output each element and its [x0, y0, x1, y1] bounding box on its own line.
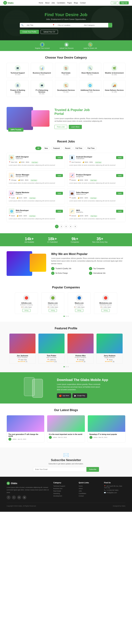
footer-quick-links: HomeAboutJobsCandidatesContact: [79, 485, 100, 497]
apply-button[interactable]: Apply: [56, 210, 63, 213]
trusted-section: 100% Trusted Trusted & Popular JobPortal…: [0, 102, 132, 135]
category-item[interactable]: 🔍 Share Market Analysis 05 Jobs: [79, 63, 101, 78]
upload-cv-button[interactable]: Upload Your CV: [41, 30, 58, 34]
job-company: SearchPro: [76, 212, 83, 213]
apply-button[interactable]: Apply: [116, 192, 123, 195]
category-item[interactable]: 🌐 Additional Fish Services 04 Jobs: [79, 80, 101, 97]
nav-home[interactable]: Home: [39, 2, 43, 4]
apply-button[interactable]: Apply: [116, 156, 123, 159]
apply-button[interactable]: Apply: [116, 210, 123, 213]
company-sub: IT Company: [71, 304, 88, 306]
footer-quick-link[interactable]: Home: [79, 485, 100, 487]
page-btn-3[interactable]: 3: [64, 225, 68, 228]
category-name: Business Development: [32, 72, 51, 74]
company-hire-button[interactable]: Hiring: [22, 309, 31, 312]
apply-button[interactable]: Apply: [56, 174, 63, 177]
apply-button[interactable]: Apply: [116, 174, 123, 177]
twitter-icon[interactable]: t: [12, 496, 16, 500]
footer-quick-link[interactable]: Jobs: [79, 490, 100, 492]
category-item[interactable]: 🌿 Weather & Environment 02 Jobs: [103, 63, 125, 78]
create-profile-button[interactable]: Create Your Profile: [20, 30, 39, 34]
feature-check-icon: ✓: [51, 272, 54, 275]
job-title: Sales Manager: [76, 192, 89, 194]
category-item[interactable]: 🏗️ Development Services 03 Jobs: [55, 80, 77, 97]
search-job-input[interactable]: [25, 23, 51, 28]
footer-category-link[interactable]: Technical Support: [53, 485, 75, 487]
footer-category-link[interactable]: Development: [53, 495, 75, 497]
footer-quick-link[interactable]: Contact: [79, 495, 100, 497]
page-btn-2[interactable]: 2: [59, 225, 63, 228]
apply-button[interactable]: Apply: [56, 192, 63, 195]
signup-button[interactable]: Sign Up: [119, 1, 129, 4]
nav-contact[interactable]: Contact: [80, 2, 86, 4]
blog-title[interactable]: The next generation IT will change the w…: [9, 434, 43, 437]
category-item[interactable]: 🏦 Finance & Banking Service 06 Jobs: [7, 80, 29, 97]
category-item[interactable]: 📊 Business Development 04 Jobs: [31, 63, 53, 78]
linkedin-icon[interactable]: in: [17, 496, 21, 500]
category-icon: 🚚: [111, 82, 117, 88]
job-location: 📍 Boston: [69, 179, 76, 182]
footer-quick-link[interactable]: Candidates: [79, 493, 100, 494]
facebook-icon[interactable]: f: [7, 496, 11, 500]
job-tab-featured[interactable]: Featured: [51, 146, 62, 150]
job-description: Lorem ipsum dolor sit amet consectetur a…: [69, 200, 123, 202]
job-type-badge: Full Time: [29, 197, 36, 199]
profiles-dots: [7, 366, 125, 367]
find-job-button[interactable]: Find a Job: [54, 125, 67, 129]
stat-label: New Jobs Every Day: [92, 241, 108, 243]
profiles-grid: Joe Jacksom UI/UX Designer 📍 New York ★★…: [7, 334, 125, 364]
step-1-label: Register Your Account: [35, 47, 50, 49]
job-tab-new[interactable]: New: [42, 146, 50, 150]
stat-label: CV Submitted: [47, 241, 57, 243]
search-category-input[interactable]: [82, 23, 108, 28]
nav-about[interactable]: About: [45, 2, 49, 4]
job-type-badge: Full Time: [31, 161, 38, 164]
newsletter-email-input[interactable]: [33, 467, 87, 472]
app-store-button[interactable]: 🍎 App Store: [57, 393, 71, 398]
search-button[interactable]: Search: [108, 23, 112, 28]
nav-candidates[interactable]: Candidates: [57, 2, 65, 4]
newsletter-subscribe-button[interactable]: Subscribe: [87, 467, 99, 472]
nav-logo: G Glabs: [3, 1, 14, 4]
login-button[interactable]: Login: [111, 1, 118, 4]
category-count: 04 Jobs: [32, 74, 51, 76]
app-store-label: App Store: [62, 395, 69, 396]
instagram-icon[interactable]: ig: [22, 496, 26, 500]
google-play-button[interactable]: ▶ Google Play: [73, 393, 87, 398]
companies-title: Popular Companies: [7, 286, 125, 289]
step-3-label: Apply for Dream Job: [84, 47, 97, 49]
apply-button[interactable]: Apply: [56, 156, 63, 159]
company-hire-button[interactable]: Hiring: [101, 309, 110, 312]
page-btn-5[interactable]: 5: [74, 225, 77, 228]
nav-blogs[interactable]: Blogs: [74, 2, 78, 4]
blog-title[interactable]: Nowadays IT is being most popular: [89, 434, 123, 435]
job-company: GlabsTech: [16, 158, 29, 160]
job-tab-recent[interactable]: Recent: [63, 146, 73, 150]
footer-category-link[interactable]: Marketing: [53, 493, 75, 494]
company-hire-button[interactable]: Hiring: [75, 309, 83, 312]
learn-more-button[interactable]: Learn More: [69, 125, 82, 129]
job-tab-part-time[interactable]: Part Time: [85, 146, 97, 150]
download-title: Download The Glabs Mobile App: [57, 378, 108, 382]
search-location-input[interactable]: [56, 23, 82, 28]
job-tab-full-time[interactable]: Full Time: [74, 146, 85, 150]
footer-category-link[interactable]: Business Dev: [53, 488, 75, 489]
job-tab-all[interactable]: All: [35, 146, 41, 150]
nav-jobs[interactable]: Jobs: [51, 2, 55, 4]
category-item[interactable]: 🚚 Home Delivery Services 02 Jobs: [103, 80, 125, 97]
stats-bar: 14k+ Job Available 18k+ CV Submitted 9k+…: [0, 233, 132, 246]
footer-category-link[interactable]: Real Estate: [53, 490, 75, 492]
page-btn-1[interactable]: 1: [55, 225, 58, 228]
company-hire-button[interactable]: Hiring: [49, 309, 57, 312]
stat-number: 14k+: [24, 236, 34, 241]
nav-pages[interactable]: Pages: [67, 2, 72, 4]
page-btn-4[interactable]: 4: [69, 225, 73, 228]
category-item[interactable]: 💻 Technical Support 02 Jobs: [7, 63, 29, 78]
company-sub: Marketing Agency: [97, 304, 114, 306]
category-count: 02 Jobs: [105, 74, 124, 76]
category-item[interactable]: 🏠 Real Estate 03 Jobs: [55, 63, 77, 78]
blog-title[interactable]: It is the most important sector in the w…: [49, 434, 83, 435]
category-item[interactable]: 💻 IT & Networking Services 08 Jobs: [31, 80, 53, 97]
footer-quick-link[interactable]: About: [79, 488, 100, 489]
job-company: Management Corp: [16, 176, 29, 177]
